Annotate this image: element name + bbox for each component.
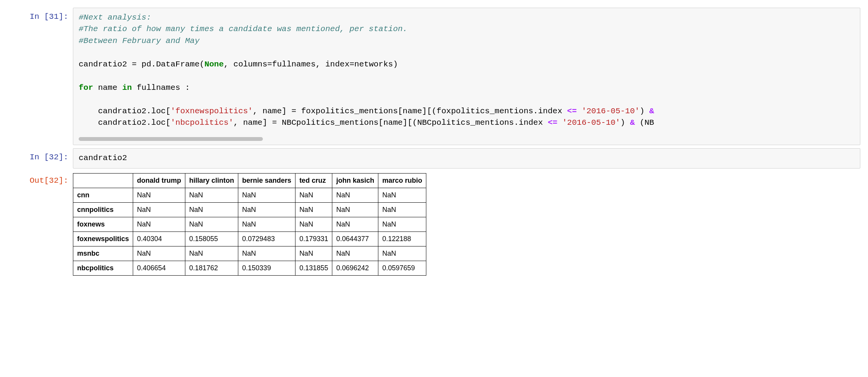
table-cell: 0.181762 [185,261,238,275]
table-row: nbcpolitics0.4066540.1817620.1503390.131… [73,261,426,275]
none-keyword: None [205,60,224,69]
for-keyword: for [79,83,93,92]
table-cell: NaN [295,188,332,202]
operator-amp: & [630,118,635,127]
table-cell: NaN [332,246,378,261]
row-index-label: msnbc [73,246,133,261]
table-row: cnnpoliticsNaNNaNNaNNaNNaNNaN [73,202,426,217]
table-cell: 0.150339 [238,261,295,275]
table-cell: NaN [238,202,295,217]
string-literal: '2016-05-10' [558,118,620,127]
code-input-31[interactable]: #Next analysis: #The ratio of how many t… [73,8,860,145]
row-index-label: foxnewspolitics [73,231,133,246]
table-cell: NaN [238,217,295,231]
operator-amp: & [649,107,654,116]
code-text: fullnames : [132,83,190,92]
horizontal-scrollbar[interactable] [79,137,855,141]
table-cell: NaN [332,217,378,231]
string-literal: '2016-05-10' [577,107,640,116]
table-cell: NaN [295,246,332,261]
comment-line: #Between February and May [79,36,200,45]
code-text: (NB [635,118,654,127]
row-index-label: cnn [73,188,133,202]
string-literal: 'foxnewspolitics' [170,107,252,116]
code-text: candratio2 = pd.DataFrame( [79,60,205,69]
table-cell: NaN [238,246,295,261]
scrollbar-thumb[interactable] [79,137,263,141]
table-cell: 0.158055 [185,231,238,246]
operator-le: <= [548,118,557,127]
table-cell: NaN [185,246,238,261]
table-cell: NaN [378,202,426,217]
table-cell: 0.0597659 [378,261,426,275]
table-cell: NaN [378,188,426,202]
table-cell: NaN [133,188,185,202]
column-header: john kasich [332,173,378,188]
table-corner-cell [73,173,133,188]
table-row: foxnewsNaNNaNNaNNaNNaNNaN [73,217,426,231]
input-prompt-31: In [31]: [8,8,73,145]
table-cell: 0.131855 [295,261,332,275]
table-cell: 0.40304 [133,231,185,246]
input-prompt-32: In [32]: [8,148,73,168]
table-cell: NaN [133,217,185,231]
table-header-row: donald trump hillary clinton bernie sand… [73,173,426,188]
column-header: ted cruz [295,173,332,188]
table-cell: 0.179331 [295,231,332,246]
table-row: foxnewspolitics0.403040.1580550.07294830… [73,231,426,246]
table-cell: 0.0644377 [332,231,378,246]
code-text: , columns=fullnames, index=networks) [224,60,398,69]
table-cell: NaN [295,202,332,217]
code-text: ) [620,118,630,127]
table-cell: NaN [185,188,238,202]
table-cell: NaN [185,217,238,231]
column-header: marco rubio [378,173,426,188]
code-cell-32: In [32]: candratio2 [8,148,860,168]
code-text: candratio2 [79,154,127,162]
code-input-32[interactable]: candratio2 [73,148,860,168]
table-cell: NaN [295,217,332,231]
column-header: bernie sanders [238,173,295,188]
table-row: msnbcNaNNaNNaNNaNNaNNaN [73,246,426,261]
table-cell: NaN [332,188,378,202]
dataframe-table: donald trump hillary clinton bernie sand… [73,173,426,276]
comment-line: #Next analysis: [79,13,151,22]
column-header: donald trump [133,173,185,188]
table-cell: 0.0729483 [238,231,295,246]
table-cell: 0.122188 [378,231,426,246]
row-index-label: cnnpolitics [73,202,133,217]
table-row: cnnNaNNaNNaNNaNNaNNaN [73,188,426,202]
code-text: candratio2.loc[ [79,107,170,116]
output-area-32: donald trump hillary clinton bernie sand… [73,172,860,277]
table-cell: NaN [332,202,378,217]
code-text: name [93,83,122,92]
code-text: , name] = foxpolitics_mentions[name][(fo… [253,107,567,116]
row-index-label: nbcpolitics [73,261,133,275]
code-text: , name] = NBCpolitics_mentions[name][(NB… [233,118,548,127]
output-cell-32: Out[32]: donald trump hillary clinton be… [8,172,860,277]
table-cell: NaN [238,188,295,202]
operator-le: <= [567,107,577,116]
table-cell: 0.406654 [133,261,185,275]
table-cell: 0.0696242 [332,261,378,275]
code-text: candratio2.loc[ [79,118,170,127]
table-cell: NaN [185,202,238,217]
code-text: ) [640,107,649,116]
code-cell-31: In [31]: #Next analysis: #The ratio of h… [8,8,860,145]
table-cell: NaN [378,246,426,261]
row-index-label: foxnews [73,217,133,231]
output-prompt-32: Out[32]: [8,172,73,277]
comment-line: #The ratio of how many times a candidate… [79,25,408,33]
table-cell: NaN [378,217,426,231]
column-header: hillary clinton [185,173,238,188]
table-cell: NaN [133,246,185,261]
table-cell: NaN [133,202,185,217]
string-literal: 'nbcpolitics' [170,118,233,127]
in-keyword: in [122,83,132,92]
